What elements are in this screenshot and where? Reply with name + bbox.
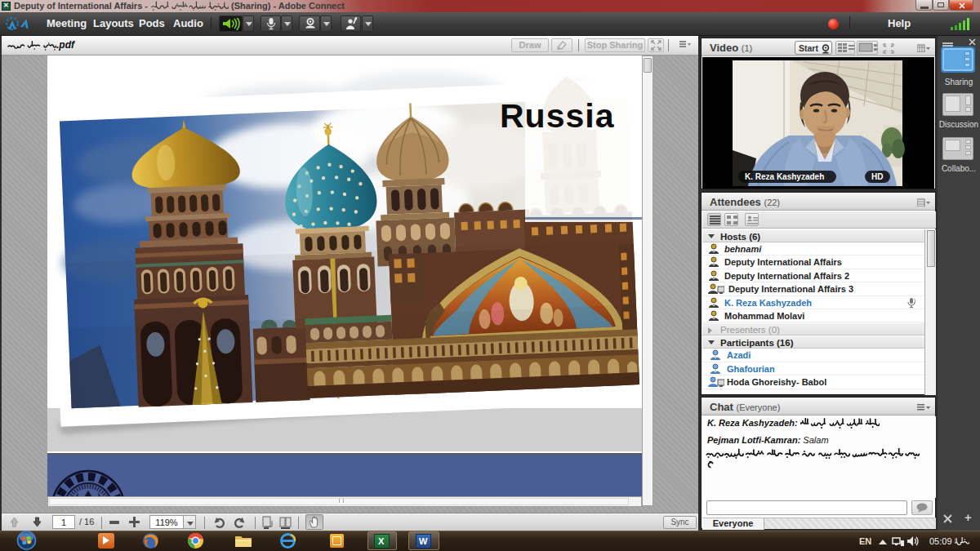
svg-text:HD: HD — [871, 172, 883, 181]
svg-text:Russia: Russia — [500, 97, 615, 135]
svg-text:K. Reza Kashyzadeh: K. Reza Kashyzadeh — [745, 172, 824, 181]
